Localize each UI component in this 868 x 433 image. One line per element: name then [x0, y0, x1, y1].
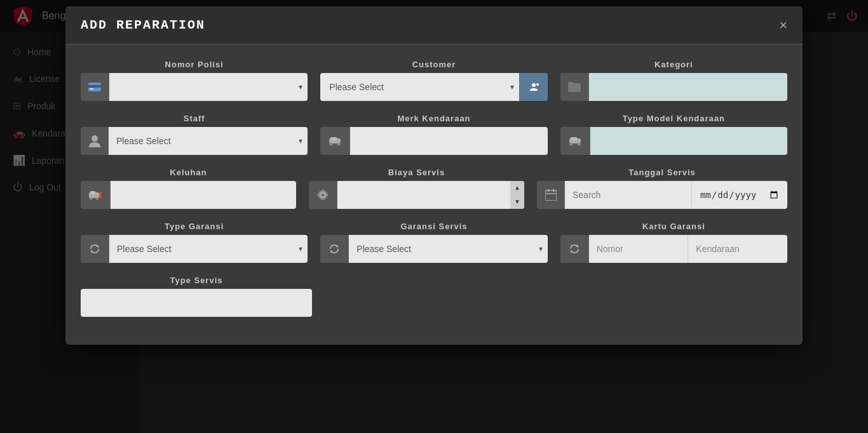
- type-model-label: Type Model Kendaraan: [560, 114, 787, 123]
- staff-arrow: ▾: [294, 127, 308, 155]
- garansi-servis-select[interactable]: Please Select: [349, 235, 533, 263]
- sync3-icon: [560, 235, 589, 263]
- form-row-1: Nomor Polisi ▾: [81, 60, 787, 101]
- form-group-biaya-servis: Biaya Servis: [309, 168, 524, 209]
- biaya-servis-wrapper: ▲ ▼: [309, 181, 524, 209]
- folder-icon: [560, 73, 589, 101]
- biaya-servis-spinner: ▲ ▼: [510, 181, 524, 209]
- calendar-icon: [537, 181, 565, 209]
- kartu-garansi-input[interactable]: [589, 235, 688, 263]
- type-servis-input[interactable]: [81, 289, 312, 317]
- customer-wrapper: Please Select ▾: [320, 73, 547, 101]
- svg-point-24: [321, 193, 325, 197]
- customer-label: Customer: [320, 60, 547, 69]
- type-garansi-arrow: ▾: [294, 235, 308, 263]
- form-row-3: Keluhan: [81, 168, 787, 209]
- biaya-servis-input[interactable]: [337, 181, 510, 209]
- modal-title: ADD REPARATION: [81, 18, 205, 32]
- nomor-polisi-label: Nomor Polisi: [81, 60, 308, 69]
- form-group-kartu-garansi: Kartu Garansi: [560, 222, 787, 263]
- merk-kendaraan-label: Merk Kendaraan: [320, 114, 547, 123]
- svg-point-19: [90, 197, 92, 200]
- staff-wrapper: Please Select ▾: [81, 127, 308, 155]
- kategori-wrapper: [560, 73, 787, 101]
- nomor-polisi-select[interactable]: [109, 73, 294, 101]
- biaya-servis-increment[interactable]: ▲: [510, 181, 524, 195]
- svg-point-5: [532, 83, 536, 87]
- staff-select[interactable]: Please Select: [109, 127, 294, 155]
- crash-icon: [81, 181, 111, 209]
- nomor-polisi-arrow: ▾: [294, 73, 308, 101]
- form-group-kategori: Kategori: [560, 60, 787, 101]
- form-group-staff: Staff Please Select ▾: [81, 114, 308, 155]
- keluhan-wrapper: [81, 181, 296, 209]
- tanggal-servis-date[interactable]: [691, 181, 787, 209]
- garansi-servis-label: Garansi Servis: [320, 222, 547, 231]
- type-garansi-label: Type Garansi: [81, 222, 308, 231]
- svg-rect-10: [330, 137, 337, 140]
- gear-settings-icon: [309, 181, 337, 209]
- svg-rect-4: [90, 88, 93, 90]
- sync1-icon: [81, 235, 109, 263]
- svg-point-11: [330, 143, 333, 146]
- modal-close-button[interactable]: ×: [779, 18, 787, 32]
- merk-kendaraan-input[interactable]: [350, 127, 547, 155]
- modal-header: ADD REPARATION ×: [65, 6, 803, 44]
- form-group-tanggal-servis: Tanggal Servis: [537, 168, 787, 209]
- svg-point-15: [569, 143, 573, 146]
- garansi-servis-arrow: ▾: [534, 235, 548, 263]
- modal-overlay: ADD REPARATION × Nomor Polisi: [0, 0, 868, 433]
- svg-rect-27: [545, 190, 557, 201]
- person-icon: [81, 127, 109, 155]
- merk-kendaraan-wrapper: [320, 127, 547, 155]
- customer-select[interactable]: Please Select: [320, 73, 505, 101]
- nomor-polisi-wrapper: ▾: [81, 73, 308, 101]
- svg-rect-14: [571, 137, 577, 140]
- keluhan-label: Keluhan: [81, 168, 296, 177]
- svg-point-20: [96, 197, 98, 200]
- form-group-type-servis: Type Servis: [81, 276, 312, 317]
- tanggal-servis-wrapper: [537, 181, 787, 209]
- svg-line-23: [99, 196, 102, 197]
- kategori-input[interactable]: [589, 73, 787, 101]
- add-customer-button[interactable]: [519, 73, 548, 101]
- type-servis-wrapper: [81, 289, 312, 317]
- car2-icon: [560, 127, 590, 155]
- modal-body: Nomor Polisi ▾: [65, 44, 803, 345]
- svg-point-8: [92, 135, 98, 142]
- sync2-icon: [320, 235, 349, 263]
- type-model-wrapper: [560, 127, 787, 155]
- add-reparation-modal: ADD REPARATION × Nomor Polisi: [65, 6, 803, 345]
- customer-arrow: ▾: [505, 73, 519, 101]
- svg-point-12: [337, 143, 341, 146]
- tanggal-servis-input[interactable]: [565, 181, 691, 209]
- form-group-merk-kendaraan: Merk Kendaraan: [320, 114, 547, 155]
- vehicle-icon: [320, 127, 350, 155]
- form-group-nomor-polisi: Nomor Polisi ▾: [81, 60, 308, 101]
- form-row-5: Type Servis: [81, 276, 787, 317]
- type-garansi-wrapper: Please Select ▾: [81, 235, 308, 263]
- form-group-garansi-servis: Garansi Servis Please Select: [320, 222, 547, 263]
- form-group-type-garansi: Type Garansi Please Select: [81, 222, 308, 263]
- svg-line-21: [99, 192, 102, 194]
- tanggal-servis-label: Tanggal Servis: [537, 168, 787, 177]
- form-row-4: Type Garansi Please Select: [81, 222, 787, 263]
- form-group-keluhan: Keluhan: [81, 168, 296, 209]
- kartu-garansi-label: Kartu Garansi: [560, 222, 787, 231]
- type-model-input[interactable]: [590, 127, 787, 155]
- biaya-servis-label: Biaya Servis: [309, 168, 524, 177]
- type-garansi-select[interactable]: Please Select: [109, 235, 294, 263]
- kartu-garansi-kendaraan[interactable]: [688, 235, 787, 263]
- keluhan-input[interactable]: [111, 181, 296, 209]
- svg-point-16: [577, 143, 580, 146]
- type-servis-label: Type Servis: [81, 276, 312, 285]
- form-group-type-model: Type Model Kendaraan: [560, 114, 787, 155]
- staff-label: Staff: [81, 114, 308, 123]
- svg-rect-3: [88, 85, 101, 88]
- card-icon: [81, 73, 109, 101]
- svg-rect-18: [90, 191, 95, 194]
- biaya-servis-decrement[interactable]: ▼: [510, 195, 524, 209]
- form-row-2: Staff Please Select ▾: [81, 114, 787, 155]
- kategori-label: Kategori: [560, 60, 787, 69]
- kartu-garansi-wrapper: [560, 235, 787, 263]
